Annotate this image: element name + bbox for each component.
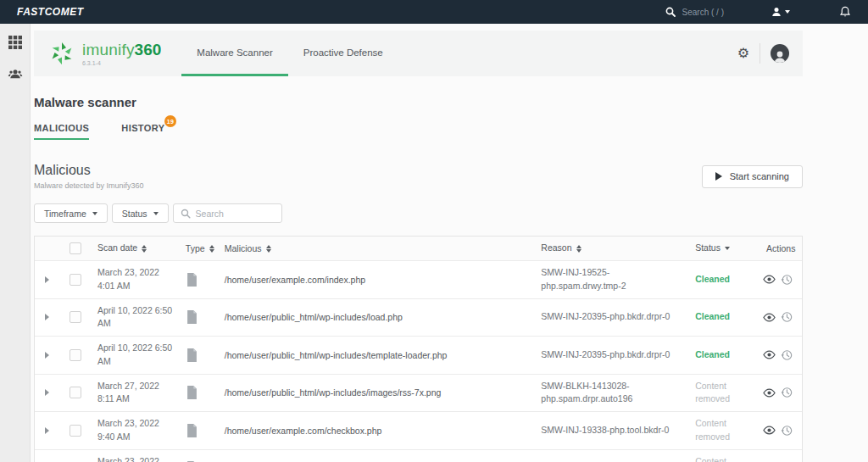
status-badge: Cleaned (695, 311, 730, 321)
scan-date: March 23, 2022 9:39 AM (91, 450, 186, 462)
expand-row-icon[interactable] (45, 314, 49, 320)
fastcomet-logo: FASTCOMET (17, 6, 84, 18)
table-row: March 27, 2022 8:11 AM/home/user/public_… (35, 374, 802, 412)
file-icon (186, 348, 198, 363)
row-checkbox[interactable] (70, 311, 81, 323)
malicious-file-path: /home/user/public_html/wp-includes/templ… (218, 345, 535, 365)
restore-history-button[interactable] (781, 274, 793, 286)
expand-row-icon[interactable] (45, 427, 49, 434)
reason: SMW-INJ-19338-php.tool.bkdr-0 (534, 419, 688, 443)
notifications-button[interactable] (805, 6, 868, 18)
users-group-icon (7, 66, 24, 83)
brand-suffix: 360 (135, 41, 162, 59)
sort-icon (266, 245, 271, 253)
view-file-button[interactable] (763, 426, 776, 435)
search-input[interactable] (196, 209, 272, 219)
restore-history-button[interactable] (781, 425, 793, 437)
file-icon (186, 423, 198, 438)
avatar[interactable] (771, 44, 789, 63)
view-file-button[interactable] (763, 388, 776, 398)
tab-malicious[interactable]: MALICIOUS (34, 123, 89, 140)
col-actions: Actions (766, 243, 795, 253)
col-malicious[interactable]: Malicious (225, 243, 271, 253)
expand-row-icon[interactable] (45, 276, 49, 283)
expand-row-icon[interactable] (45, 352, 49, 359)
malicious-file-path: /home/user/public_html/wp-includes/image… (218, 382, 535, 403)
play-icon (715, 172, 722, 181)
file-icon (186, 272, 198, 287)
status-badge: Content removed (695, 381, 730, 404)
row-checkbox[interactable] (70, 425, 81, 437)
status-badge: Cleaned (695, 274, 730, 284)
reason: SMW-INJ-19525-php.spam.drwy.tmp-2 (534, 261, 688, 298)
table-row: March 23, 2022 9:39 AM/home/user/example… (35, 449, 802, 462)
malicious-file-path: /home/user/example.com/text.php (218, 458, 535, 462)
bell-icon (839, 6, 851, 18)
view-file-button[interactable] (763, 350, 776, 359)
imunify-brand: imunify360 6.3.1-4 (34, 31, 181, 76)
file-icon (186, 309, 198, 325)
table-row: April 10, 2022 6:50 AM/home/user/public_… (35, 298, 802, 337)
table-row: April 10, 2022 6:50 AM/home/user/public_… (35, 336, 802, 374)
users-button[interactable] (5, 64, 25, 85)
expand-row-icon[interactable] (45, 389, 49, 396)
malicious-file-path: /home/user/example.com/checkbox.php (218, 420, 535, 441)
file-icon (186, 385, 198, 400)
reason: SMW-INJ-20395-php.bkdr.drpr-0 (534, 305, 688, 329)
tab-proactive-defense[interactable]: Proactive Defense (288, 31, 398, 76)
imunify-header: imunify360 6.3.1-4 Malware Scanner Proac… (34, 31, 803, 76)
tab-malware-scanner[interactable]: Malware Scanner (181, 31, 287, 76)
chevron-down-icon (725, 247, 730, 250)
reason: SMW-BLKH-1413028-php.spam.drpr.auto196 (534, 375, 688, 412)
start-scanning-button[interactable]: Start scanning (702, 165, 803, 188)
section-header: Malicious Malware detected by Imunify360 (34, 163, 144, 190)
topbar: FASTCOMET Search ( / ) (0, 0, 868, 24)
sort-icon (142, 245, 147, 253)
scan-date: April 10, 2022 6:50 AM (91, 337, 186, 374)
apps-grid-button[interactable] (5, 32, 25, 53)
left-sidebar (0, 24, 31, 462)
brand-version: 6.3.1-4 (82, 60, 161, 66)
row-checkbox[interactable] (70, 274, 81, 286)
col-scan-date[interactable]: Scan date (97, 242, 147, 255)
table-row: March 23, 2022 9:40 AM/home/user/example… (35, 411, 802, 449)
malicious-file-path: /home/user/public_html/wp-includes/load.… (218, 307, 535, 327)
restore-history-button[interactable] (781, 349, 793, 361)
malicious-table: Scan date Type Malicious Reason Status A… (34, 236, 803, 462)
topbar-search-label: Search ( / ) (682, 8, 724, 17)
history-count-badge: 19 (164, 115, 177, 127)
table-row: March 23, 2022 4:01 AM/home/user/example… (35, 260, 802, 298)
section-title: Malicious (34, 163, 144, 178)
col-reason[interactable]: Reason (541, 242, 581, 255)
reason: SMW-SA-06408-mlw.wshll-1 (534, 456, 688, 462)
chevron-down-icon (92, 212, 97, 215)
col-type[interactable]: Type (186, 243, 214, 253)
imunify-logo-icon (49, 41, 75, 66)
restore-history-button[interactable] (781, 387, 793, 398)
status-dropdown[interactable]: Status (112, 203, 169, 223)
col-status[interactable]: Status (695, 242, 730, 255)
row-checkbox[interactable] (70, 387, 81, 398)
gear-icon[interactable]: ⚙ (737, 47, 749, 60)
restore-history-button[interactable] (781, 311, 793, 323)
imunify-tabs: Malware Scanner Proactive Defense (181, 31, 398, 76)
grid-icon (8, 35, 23, 50)
reason: SMW-INJ-20395-php.bkdr.drpr-0 (534, 343, 688, 367)
scan-date: April 10, 2022 6:50 AM (91, 299, 186, 337)
user-menu-button[interactable] (756, 7, 805, 17)
row-checkbox[interactable] (70, 349, 81, 361)
section-subtitle: Malware detected by Imunify360 (34, 181, 144, 190)
chevron-down-icon (153, 212, 159, 215)
topbar-search[interactable]: Search ( / ) (657, 7, 732, 17)
user-icon (771, 7, 782, 17)
tab-history[interactable]: HISTORY 19 (121, 123, 164, 140)
timeframe-dropdown[interactable]: Timeframe (34, 203, 108, 223)
status-badge: Content removed (695, 456, 730, 462)
chevron-down-icon (785, 10, 790, 14)
view-file-button[interactable] (763, 275, 776, 284)
table-header-row: Scan date Type Malicious Reason Status A… (35, 237, 802, 260)
select-all-checkbox[interactable] (70, 242, 81, 254)
main-content: imunify360 6.3.1-4 Malware Scanner Proac… (34, 24, 803, 462)
view-file-button[interactable] (763, 313, 776, 322)
scan-date: March 27, 2022 8:11 AM (91, 375, 186, 412)
